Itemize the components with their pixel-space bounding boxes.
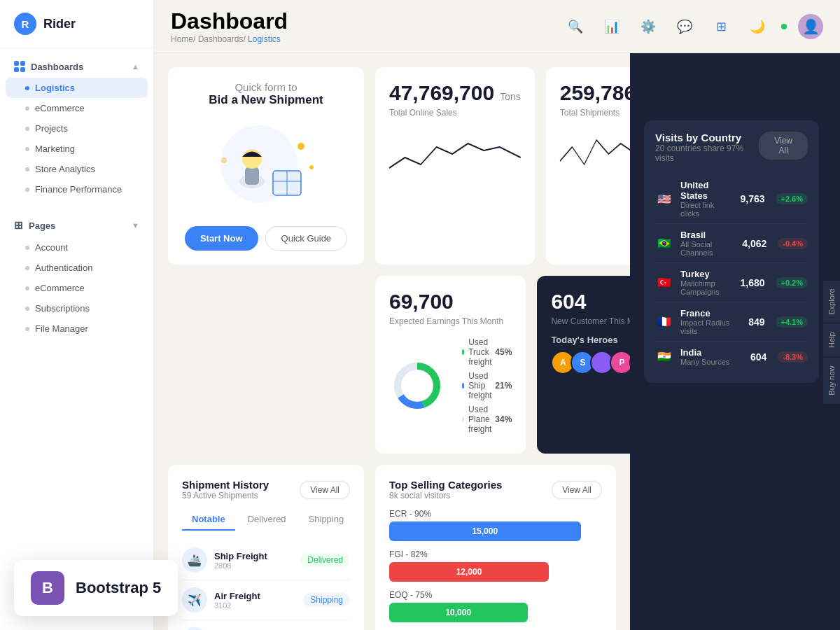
sidebar-item-ecommerce2[interactable]: eCommerce [0, 278, 153, 298]
tr-flag: 🇹🇷 [655, 276, 673, 290]
sidebar-item-subscriptions[interactable]: Subscriptions [0, 298, 153, 318]
sidebar-item-file-manager[interactable]: File Manager [0, 318, 153, 339]
in-info: India Many Sources [680, 347, 743, 366]
fr-flag: 🇫🇷 [655, 315, 673, 329]
avatar-p: P [610, 351, 630, 374]
br-info: Brasil All Social Channels [680, 230, 735, 257]
earnings-value: 69,700 [389, 290, 454, 313]
dot [25, 286, 29, 290]
br-change: -0.4% [778, 238, 808, 249]
sidebar-item-store-analytics[interactable]: Store Analytics [0, 159, 153, 179]
chart-icon[interactable]: 📊 [599, 14, 624, 39]
total-sales-row: 47,769,700 Tons [389, 81, 521, 105]
ship-dot [462, 383, 464, 388]
country-fr: 🇫🇷 France Impact Radius visits 849 +4.1% [655, 302, 808, 342]
in-flag: 🇮🇳 [655, 350, 673, 364]
quick-guide-button[interactable]: Quick Guide [265, 226, 348, 251]
bootstrap-text: Bootstrap 5 [76, 579, 161, 597]
dashboards-section: Dashboards ▲ Logistics eCommerce Project… [0, 48, 153, 206]
active-dot [25, 86, 29, 90]
bootstrap-badge: B Bootstrap 5 [14, 560, 178, 616]
ship-status-1: Delivered [300, 553, 350, 567]
earnings-card: 69,700 Expected Earnings This Month [375, 276, 526, 454]
heroes-label: Today's Heroes [551, 335, 630, 345]
sidebar-item-marketing[interactable]: Marketing [0, 139, 153, 159]
start-now-button[interactable]: Start Now [185, 226, 258, 251]
us-flag: 🇺🇸 [655, 192, 673, 206]
customers-value: 604 [551, 290, 586, 313]
truck-dot [462, 349, 464, 355]
sidebar-item-auth[interactable]: Authentication [0, 258, 153, 278]
pages-section: ⊞ Pages ▼ Account Authentication eCommer… [0, 206, 153, 346]
visits-card: Visits by Country 20 countries share 97%… [644, 120, 819, 383]
bar-fgi-fill: 12,000 [389, 562, 549, 582]
logo-area[interactable]: R Rider [0, 0, 153, 48]
visits-view-all[interactable]: View All [759, 132, 808, 160]
dot [25, 307, 29, 311]
tab-shipping[interactable]: Shipping [299, 509, 354, 531]
pages-header[interactable]: ⊞ Pages ▼ [0, 214, 153, 237]
svg-rect-2 [245, 167, 259, 185]
topbar-right: 🔍 📊 ⚙️ 💬 ⊞ 🌙 👤 [563, 14, 823, 39]
search-icon[interactable]: 🔍 [563, 14, 588, 39]
topbar: Dashboard Home/ Dashboards/ Logistics 🔍 … [154, 0, 840, 53]
dot [25, 167, 29, 172]
sidebar-item-account[interactable]: Account [0, 237, 153, 258]
theme-icon[interactable]: 🌙 [745, 14, 770, 39]
dot [25, 147, 29, 151]
shipment-view-all[interactable]: View All [300, 481, 350, 499]
visits-header: Visits by Country 20 countries share 97%… [655, 132, 808, 163]
settings-icon[interactable]: ⚙️ [636, 14, 661, 39]
bootstrap-icon: B [31, 571, 64, 605]
ship-info: Ship Freight 2808 [214, 551, 293, 570]
tab-notable[interactable]: Notable [182, 509, 235, 531]
svg-point-9 [221, 158, 227, 163]
message-icon[interactable]: 💬 [672, 14, 697, 39]
content-area: Quick form to Bid a New Shipment [154, 53, 840, 630]
dashboards-chevron: ▲ [132, 62, 139, 71]
tr-info: Turkey Mailchimp Campaigns [680, 269, 733, 296]
customers-label: New Customer This Month [551, 316, 630, 326]
hotel-icon: 🏨 [182, 627, 207, 630]
fr-info: France Impact Radius visits [680, 308, 741, 335]
donut-section: Used Truck freight 45% Used Ship freight… [389, 337, 512, 434]
dot [25, 327, 29, 331]
sidebar-item-finance[interactable]: Finance Performance [0, 179, 153, 200]
second-cards-row: 69,700 Expected Earnings This Month [168, 276, 616, 454]
pages-label: ⊞ Pages [14, 219, 55, 232]
user-avatar[interactable]: 👤 [798, 14, 823, 39]
truck-legend: Used Truck freight 45% [462, 337, 512, 367]
ship-legend: Used Ship freight 21% [462, 371, 512, 400]
top-cards-row: Quick form to Bid a New Shipment [168, 67, 616, 265]
dot [25, 266, 29, 270]
dashboards-label: Dashboards [14, 61, 83, 72]
status-dot [781, 24, 787, 29]
dashboards-header[interactable]: Dashboards ▲ [0, 55, 153, 78]
categories-title: Top Selling Categories [389, 479, 502, 491]
bar-fgi: FGI - 82% 12,000 [389, 550, 602, 582]
sidebar-item-ecommerce[interactable]: eCommerce [0, 98, 153, 118]
shipments-label: Total Shipments [560, 108, 630, 118]
sidebar-item-logistics[interactable]: Logistics [6, 78, 148, 98]
sidebar-item-projects[interactable]: Projects [0, 118, 153, 139]
country-in: 🇮🇳 India Many Sources 604 -8.3% [655, 342, 808, 372]
dot [25, 188, 29, 192]
in-change: -8.3% [778, 351, 808, 363]
dot [25, 127, 29, 131]
total-sales-value: 47,769,700 [389, 81, 494, 105]
grid-icon[interactable]: ⊞ [708, 14, 734, 39]
plane-dot [462, 416, 464, 422]
us-change: +2.6% [776, 193, 808, 204]
hero-avatars: A S P +2 [551, 351, 630, 374]
visits-subtitle: 20 countries share 97% visits [655, 144, 759, 163]
categories-view-all[interactable]: View All [552, 481, 602, 499]
total-sales-label: Total Online Sales [389, 108, 521, 118]
svg-point-8 [309, 165, 314, 169]
visits-title: Visits by Country [655, 132, 759, 144]
pages-chevron: ▼ [132, 221, 139, 230]
hero-illustration [210, 118, 322, 209]
tab-delivered[interactable]: Delivered [238, 509, 296, 531]
breadcrumb: Home/ Dashboards/ Logistics [171, 34, 288, 44]
fr-change: +4.1% [776, 316, 808, 328]
dot [25, 246, 29, 250]
